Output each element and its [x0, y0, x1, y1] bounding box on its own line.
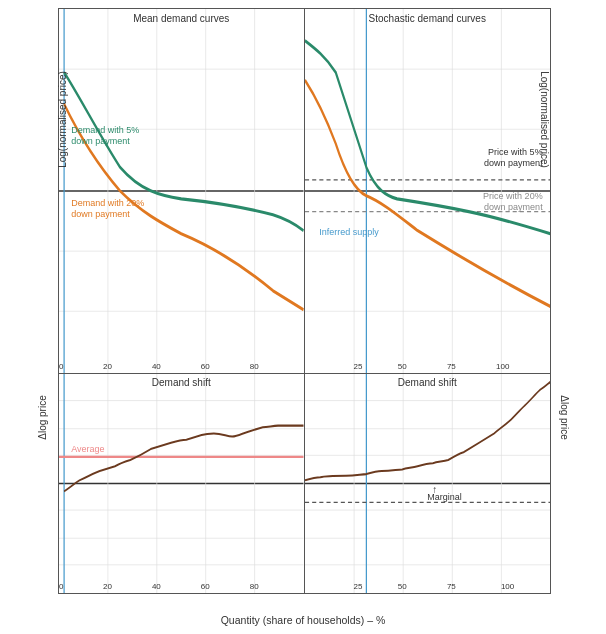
average-label: Average [71, 444, 104, 454]
chart-top-left-title: Mean demand curves [59, 13, 304, 24]
chart-top-left: Mean demand curves Demand with 5%down pa… [59, 9, 305, 374]
chart-top-right-title: Stochastic demand curves [305, 13, 551, 24]
x-axis-label: Quantity (share of households) – % [221, 614, 386, 626]
y-axis-left-bottom-label: Δlog price [37, 378, 48, 458]
y-axis-right-top-label: Log(normalised price) [539, 60, 550, 180]
chart-bottom-left-title: Demand shift [59, 377, 304, 388]
chart-bottom-right-title: Demand shift [305, 377, 551, 388]
inferred-supply-label: Inferred supply [319, 227, 379, 238]
demand-5pct-label: Demand with 5%down payment [71, 125, 139, 147]
price-5pct-label: Price with 5%down payment [484, 147, 543, 169]
chart-bottom-left: Demand shift Average 0.8 0.6 0.4 0.2 0.0… [59, 374, 305, 593]
chart-bottom-right: Demand shift Marginal ↑ 0.8 0.6 0.4 0.2 … [305, 374, 551, 593]
y-axis-right-bottom-label: Δlog price [559, 378, 570, 458]
y-axis-left-top-label: Log(normalised price) [57, 60, 68, 180]
price-20pct-label: Price with 20%down payment [483, 191, 543, 213]
chart-top-right: Stochastic demand curves Price with 5%do… [305, 9, 551, 374]
demand-20pct-label: Demand with 20%down payment [71, 198, 144, 220]
